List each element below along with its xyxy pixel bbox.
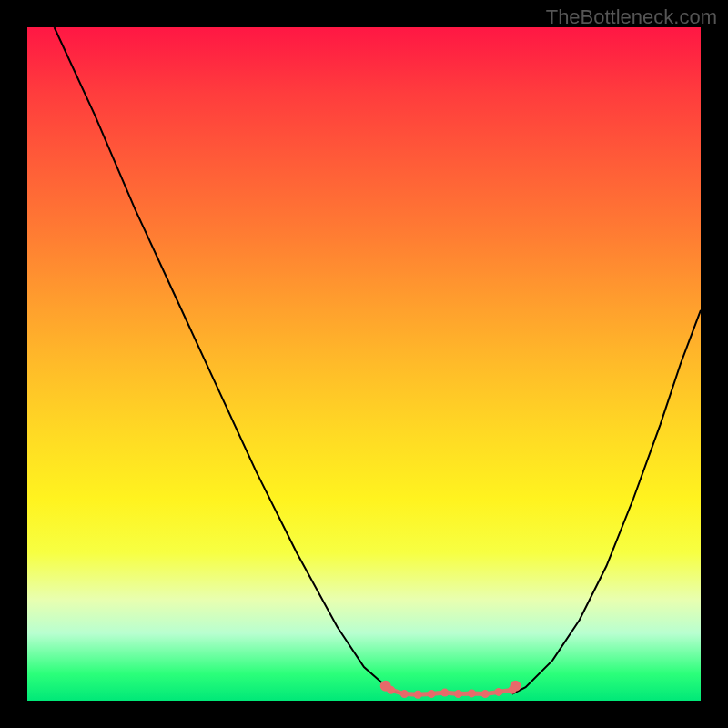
chart-svg — [27, 27, 701, 701]
right-curve-line — [512, 310, 701, 694]
flat-marker-dot — [428, 690, 436, 698]
flat-marker-dot — [414, 691, 422, 699]
end-marker-dot — [380, 681, 391, 692]
left-curve-line — [55, 27, 405, 694]
end-marker-dot — [511, 681, 521, 692]
flat-marker-dot — [495, 688, 503, 696]
chart-plot-area — [27, 27, 701, 701]
flat-marker-dot — [468, 689, 476, 697]
flat-marker-dot — [440, 689, 449, 697]
flat-marker-dot — [481, 690, 490, 698]
watermark-text: TheBottleneck.com — [546, 5, 717, 29]
flat-marker-dot — [400, 690, 409, 698]
flat-marker-dot — [454, 690, 462, 698]
flat-region-line — [391, 690, 512, 694]
